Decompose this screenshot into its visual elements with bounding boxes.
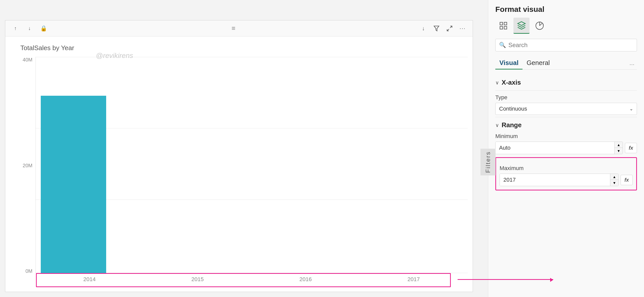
x-label-2016: 2016 bbox=[252, 274, 360, 283]
x-axis-section-title: X-axis bbox=[502, 79, 521, 86]
type-field-label: Type bbox=[495, 94, 637, 101]
x-axis-container: 2014 2015 2016 2017 bbox=[35, 274, 468, 289]
range-section-header[interactable]: ∨ Range bbox=[495, 121, 637, 129]
main-chart-area: ↑ ↓ 🔒 ≡ ↓ bbox=[0, 0, 488, 297]
chart-body: TotalSales by Year @revikirens 40M 20M 0… bbox=[5, 37, 473, 292]
svg-line-1 bbox=[450, 26, 452, 28]
filters-sidebar-tab[interactable]: Filters bbox=[480, 149, 496, 175]
toolbar-right: ↓ ··· bbox=[418, 23, 468, 34]
chevron-down-icon: ⌄ bbox=[629, 106, 633, 112]
grid-view-tab[interactable] bbox=[495, 18, 511, 34]
search-box[interactable]: 🔍 bbox=[495, 39, 637, 51]
chart-title: TotalSales by Year bbox=[20, 44, 468, 52]
minimum-fx-button[interactable]: fx bbox=[625, 143, 637, 153]
toolbar-icon-scroll-down[interactable]: ↓ bbox=[418, 23, 428, 34]
panel-sections: ∨ X-axis Type Continuous ⌄ ∨ Range Minim… bbox=[488, 70, 644, 297]
x-axis: 2014 2015 2016 2017 bbox=[35, 274, 468, 289]
edit-visual-tab[interactable] bbox=[513, 18, 530, 34]
divider-2 bbox=[495, 117, 637, 117]
maximum-field-label: Maximum bbox=[500, 165, 633, 172]
icon-tabs-row bbox=[495, 18, 637, 34]
right-panel: Format visual bbox=[488, 0, 644, 297]
minimum-decrement-button[interactable]: ▼ bbox=[615, 148, 623, 154]
toolbar-icon-expand[interactable] bbox=[445, 23, 455, 34]
type-dropdown[interactable]: Continuous ⌄ bbox=[495, 103, 637, 115]
chart-toolbar: ↑ ↓ 🔒 ≡ ↓ bbox=[5, 20, 473, 37]
x-label-2014: 2014 bbox=[35, 274, 144, 283]
minimum-field-label: Minimum bbox=[495, 133, 637, 140]
maximum-decrement-button[interactable]: ▼ bbox=[610, 180, 618, 186]
y-label-0m: 0M bbox=[25, 268, 32, 274]
grid-line-top bbox=[36, 57, 468, 57]
svg-rect-3 bbox=[500, 22, 503, 25]
panel-header: Format visual bbox=[488, 0, 644, 39]
minimum-input-group: ▲ ▼ fx bbox=[495, 142, 637, 154]
range-chevron-icon: ∨ bbox=[495, 122, 499, 128]
toolbar-icon-menu[interactable]: ≡ bbox=[228, 23, 238, 34]
svg-marker-0 bbox=[434, 26, 439, 31]
y-axis: 40M 20M 0M bbox=[20, 57, 35, 289]
x-label-2017: 2017 bbox=[360, 274, 468, 283]
x-axis-section-header[interactable]: ∨ X-axis bbox=[495, 79, 637, 86]
toolbar-icon-up[interactable]: ↑ bbox=[10, 23, 20, 34]
tab-visual[interactable]: Visual bbox=[495, 56, 522, 69]
sub-tabs: Visual General ... bbox=[495, 56, 637, 70]
svg-rect-6 bbox=[504, 26, 507, 29]
x-axis-chevron-icon: ∨ bbox=[495, 80, 499, 86]
chart-container: ↑ ↓ 🔒 ≡ ↓ bbox=[5, 20, 473, 292]
maximum-section-highlighted: Maximum ▲ ▼ fx bbox=[495, 157, 637, 190]
toolbar-left: ↑ ↓ 🔒 bbox=[10, 23, 49, 34]
minimum-spinner[interactable]: ▲ ▼ bbox=[495, 142, 623, 154]
minimum-value-input[interactable] bbox=[496, 142, 614, 154]
toolbar-icon-filter[interactable] bbox=[431, 23, 441, 34]
range-section-title: Range bbox=[502, 121, 521, 129]
svg-line-8 bbox=[540, 23, 542, 26]
divider-1 bbox=[495, 90, 637, 91]
chart-plot: 40M 20M 0M bbox=[20, 57, 468, 289]
minimum-increment-button[interactable]: ▲ bbox=[615, 142, 623, 148]
svg-line-2 bbox=[447, 29, 449, 31]
maximum-increment-button[interactable]: ▲ bbox=[610, 174, 618, 180]
maximum-value-input[interactable] bbox=[500, 174, 610, 186]
analytics-tab[interactable] bbox=[532, 18, 548, 34]
toolbar-icon-lock[interactable]: 🔒 bbox=[38, 23, 49, 34]
type-dropdown-value: Continuous bbox=[499, 106, 527, 112]
toolbar-icon-more[interactable]: ··· bbox=[458, 23, 468, 34]
x-label-2015: 2015 bbox=[144, 274, 252, 283]
maximum-input-group: ▲ ▼ fx bbox=[500, 174, 633, 186]
grid-lines bbox=[35, 57, 468, 273]
maximum-spinner-arrows: ▲ ▼ bbox=[610, 174, 618, 186]
y-label-20m: 20M bbox=[23, 163, 32, 169]
toolbar-center: ≡ bbox=[228, 23, 238, 34]
bar-2014[interactable] bbox=[41, 96, 106, 273]
tab-more-button[interactable]: ... bbox=[627, 57, 637, 69]
chart-inner: 2014 2015 2016 2017 bbox=[35, 57, 468, 289]
y-label-40m: 40M bbox=[23, 57, 32, 63]
toolbar-icon-down[interactable]: ↓ bbox=[24, 23, 34, 34]
svg-rect-5 bbox=[500, 26, 503, 29]
panel-title: Format visual bbox=[495, 5, 637, 14]
minimum-spinner-arrows: ▲ ▼ bbox=[614, 142, 623, 154]
search-icon: 🔍 bbox=[499, 42, 506, 48]
tab-general[interactable]: General bbox=[522, 56, 554, 69]
search-input[interactable] bbox=[508, 42, 633, 49]
maximum-spinner[interactable]: ▲ ▼ bbox=[500, 174, 619, 186]
maximum-fx-button[interactable]: fx bbox=[621, 175, 633, 185]
svg-rect-4 bbox=[504, 22, 507, 25]
